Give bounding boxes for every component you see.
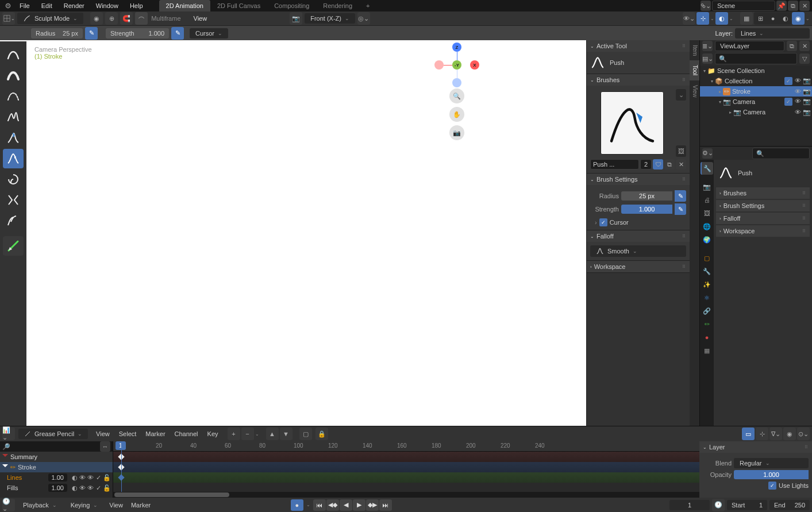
view-menu[interactable]: View <box>194 15 207 22</box>
eye-icon[interactable]: 👁 <box>794 77 802 85</box>
tl-filter-icon[interactable]: ∇⌄ <box>769 428 782 440</box>
ptab-object[interactable]: ▢ <box>701 252 713 264</box>
ptab-modifier[interactable]: 🔧 <box>701 265 713 278</box>
camera-icon[interactable]: 📷 <box>803 98 811 106</box>
blender-logo-icon[interactable] <box>2 0 14 11</box>
brush-list-chevron-icon[interactable]: ⌄ <box>676 89 686 101</box>
ptab-render[interactable]: 📷 <box>701 180 713 193</box>
ptab-data[interactable]: ✏ <box>701 318 713 330</box>
ptab-viewlayer[interactable]: 🖼 <box>701 207 713 220</box>
axis-neg-x-icon[interactable] <box>434 60 444 70</box>
ptab-material[interactable]: ● <box>701 331 713 344</box>
keyframe-next-button[interactable]: ◆▶ <box>366 499 379 511</box>
strength-pressure-btn[interactable]: ✎ <box>675 203 686 215</box>
ptab-world[interactable]: 🌍 <box>701 233 713 246</box>
eye-icon[interactable]: 👁 <box>794 88 802 95</box>
menu-render[interactable]: Render <box>58 1 90 11</box>
track-stroke[interactable] <box>113 462 699 472</box>
tl-select-tool-icon[interactable]: ▭ <box>742 428 755 440</box>
eye-icon[interactable]: 👁 <box>87 474 94 482</box>
channel-stroke[interactable]: ✏Stroke <box>0 462 113 472</box>
brush-unlink-icon[interactable]: ✕ <box>676 159 686 170</box>
mask-icon[interactable]: ◐ <box>71 474 78 482</box>
axis-x-icon[interactable]: X <box>470 60 479 70</box>
tool-push[interactable] <box>3 149 24 168</box>
ptab-fx[interactable]: ✨ <box>701 278 713 291</box>
playhead-frame-label[interactable]: 1 <box>116 441 126 450</box>
blend-dropdown[interactable]: Regular <box>734 458 809 468</box>
ptab-texture[interactable]: ▦ <box>701 344 713 357</box>
editor-type-icon[interactable]: ⌄ <box>2 12 15 25</box>
edit-icon[interactable]: ✓ <box>95 474 102 482</box>
prop-brushes-header[interactable]: ›Brushes⠿ <box>716 187 810 199</box>
outliner-item-stroke[interactable]: ▸✏ Stroke👁📷 <box>700 86 812 97</box>
brush-thumb-icon[interactable]: 🖼 <box>676 145 686 157</box>
axis-y-icon[interactable]: -Y <box>452 60 461 70</box>
track-lines[interactable] <box>113 472 699 483</box>
current-frame-field[interactable]: 1 <box>669 500 710 510</box>
lines-opacity-field[interactable]: 1.00 <box>48 473 67 482</box>
scene-new-icon[interactable]: ⧉ <box>788 1 798 11</box>
tool-smooth[interactable] <box>3 45 24 65</box>
tab-2d-full-canvas[interactable]: 2D Full Canvas <box>210 0 267 11</box>
playback-menu[interactable]: Playback <box>17 500 63 510</box>
lock-icon[interactable]: 🔓 <box>103 484 110 492</box>
cam-enable-checkbox[interactable]: ✓ <box>784 98 792 106</box>
tool-pinch[interactable] <box>3 190 24 210</box>
play-reverse-button[interactable]: ◀ <box>340 499 352 511</box>
ntab-view[interactable]: View <box>690 80 699 102</box>
tl-up-icon[interactable]: ▲ <box>266 428 279 440</box>
camera-icon[interactable]: 📷 <box>803 77 811 85</box>
eye-icon[interactable]: 👁 <box>794 109 802 116</box>
preview-range-icon[interactable]: 🕐 <box>712 499 725 511</box>
outliner-search-input[interactable] <box>715 53 797 64</box>
onion-icon[interactable]: 👁 <box>79 484 86 492</box>
shading-solid-icon[interactable]: ● <box>767 12 779 25</box>
axis-z-icon[interactable]: Z <box>452 43 461 52</box>
lock-icon[interactable]: 🔓 <box>103 474 110 482</box>
tl-select-menu[interactable]: Select <box>119 430 137 437</box>
tl-scrollbar[interactable] <box>114 492 229 497</box>
ptab-tool[interactable]: 🔧 <box>701 162 713 175</box>
edit-icon[interactable]: ✓ <box>95 484 102 492</box>
strength-value[interactable]: 1.000 <box>621 205 672 214</box>
shading-matprev-icon[interactable]: ◐ <box>779 12 792 25</box>
tl-foot-editor-icon[interactable]: 🕐⌄ <box>2 499 15 511</box>
outliner-editor-icon[interactable]: ≣⌄ <box>702 41 713 51</box>
dopesheet-tracks[interactable]: 1 20406080100120140160180200220240 <box>113 441 699 498</box>
props-editor-icon[interactable]: ⚙⌄ <box>702 148 713 159</box>
tool-clone[interactable] <box>3 211 24 230</box>
panel-active-tool-header[interactable]: ⌄Active Tool⠿ <box>587 40 690 52</box>
dopesheet-editor-icon[interactable]: 📊⌄ <box>2 428 15 440</box>
shading-wire-icon[interactable]: ⊞ <box>754 12 767 25</box>
camera-icon[interactable]: 📷 <box>803 109 811 116</box>
onion-icon[interactable]: 👁 <box>79 474 86 482</box>
strength-field[interactable]: Strength1.000 <box>106 28 169 39</box>
header-icon-3[interactable]: 🧲 <box>120 12 133 25</box>
scene-browse-icon[interactable]: ⌄ <box>701 1 711 11</box>
multiframe-icon[interactable] <box>135 12 148 25</box>
layer-dropdown[interactable]: Lines <box>735 28 810 39</box>
menu-edit[interactable]: Edit <box>36 1 58 11</box>
camera-gizmo-icon[interactable]: 📷 <box>449 125 464 140</box>
brush-name-field[interactable]: Push ... <box>590 159 639 170</box>
tool-thickness[interactable] <box>3 66 24 86</box>
radius-field[interactable]: Radius25 px <box>31 28 83 39</box>
tl-proportional-icon[interactable]: ⊙⌄ <box>797 428 810 440</box>
axis-neg-z-icon[interactable] <box>452 78 461 87</box>
tl-key-menu[interactable]: Key <box>207 430 218 437</box>
start-frame-field[interactable]: Start1 <box>727 500 767 510</box>
tl-remove-icon[interactable]: − <box>241 428 254 440</box>
xray-icon[interactable]: ▦ <box>740 12 753 25</box>
panel-brush-settings-header[interactable]: ⌄Brush Settings⠿ <box>587 174 690 185</box>
channel-range-icon[interactable]: ↔ <box>100 441 110 452</box>
radius-pressure-btn[interactable]: ✎ <box>675 190 686 202</box>
end-frame-field[interactable]: End250 <box>769 500 810 510</box>
header-icon-1[interactable]: ◉ <box>90 12 103 25</box>
opacity-value[interactable]: 1.000 <box>734 470 809 479</box>
outliner-display-icon[interactable]: ▤⌄ <box>702 53 713 64</box>
brush-users-field[interactable]: 2 <box>640 159 652 170</box>
panel-falloff-header[interactable]: ⌄Falloff⠿ <box>587 230 690 242</box>
add-workspace-button[interactable]: + <box>359 0 376 11</box>
menu-file[interactable]: File <box>14 1 36 11</box>
